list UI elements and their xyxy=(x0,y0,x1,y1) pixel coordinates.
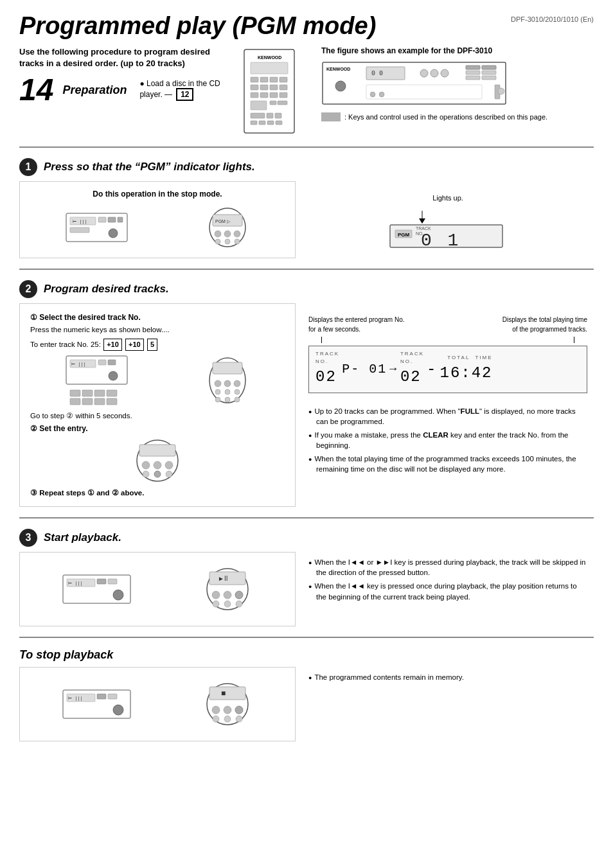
do-this-label: Do this operation in the stop mode. xyxy=(30,190,285,199)
svg-rect-5 xyxy=(270,77,278,82)
substep1-inst2: To enter track No. 25: +10 +10 5 xyxy=(30,339,285,351)
section2-devices: ⊢ ||| xyxy=(30,355,285,406)
cd-player-image: KENWOOD xyxy=(238,46,302,136)
stop-devices: ⊢ ||| ■ xyxy=(30,675,285,733)
display-track-2: 02 xyxy=(400,368,422,385)
svg-rect-2 xyxy=(251,62,288,74)
svg-rect-108 xyxy=(108,579,117,584)
prep-instruction: ● Load a disc in the CD player. ―12 xyxy=(139,79,231,101)
intro-section: Use the following procedure to program d… xyxy=(19,46,594,136)
svg-rect-16 xyxy=(270,101,276,105)
svg-rect-18 xyxy=(251,113,265,118)
svg-rect-15 xyxy=(251,101,267,110)
stop-right: The programmed contents remain in memory… xyxy=(302,667,594,741)
svg-point-114 xyxy=(224,591,231,599)
svg-rect-11 xyxy=(251,93,258,98)
section1-body: Do this operation in the stop mode. ⊢ ||… xyxy=(19,181,594,258)
section2-remote-svg xyxy=(205,355,250,406)
display-pgm: P- 01 xyxy=(342,360,387,379)
pgm-display-svg: PGM TRACK NO. 0 1 xyxy=(384,206,512,251)
svg-rect-22 xyxy=(259,121,265,125)
svg-rect-39 xyxy=(482,66,496,69)
stop-device-svg: ⊢ ||| xyxy=(62,689,132,720)
svg-rect-6 xyxy=(280,77,287,82)
section-1: 1 Press so that the “PGM” indicator ligh… xyxy=(19,158,594,258)
svg-point-130 xyxy=(235,706,243,714)
svg-point-53 xyxy=(109,229,118,238)
display-arrow: → xyxy=(389,360,398,378)
section2-notes: Up to 20 tracks can be programmed. When … xyxy=(308,406,587,475)
svg-marker-64 xyxy=(419,218,425,224)
svg-rect-13 xyxy=(270,93,278,98)
step3-circle: 3 xyxy=(19,529,37,547)
section2-note-3: When the total playing time of the progr… xyxy=(308,454,587,474)
intro-text: Use the following procedure to program d… xyxy=(19,46,231,69)
svg-rect-36 xyxy=(482,71,496,75)
section3-title: Start playback. xyxy=(44,531,121,544)
substep2-device xyxy=(30,438,285,483)
svg-text:⊢ |||: ⊢ ||| xyxy=(68,581,83,586)
svg-point-115 xyxy=(235,591,243,599)
svg-point-92 xyxy=(235,389,240,394)
svg-point-93 xyxy=(215,397,220,402)
section1-right: Lights up. PGM TRACK NO. xyxy=(302,181,594,258)
svg-point-76 xyxy=(109,371,118,380)
prep-row: 14 Preparation ● Load a disc in the CD p… xyxy=(19,75,231,105)
substep3-header: ③ Repeat steps ① and ② above. xyxy=(30,488,285,497)
svg-point-41 xyxy=(335,81,346,91)
svg-point-29 xyxy=(420,69,428,77)
section3-body: ⊢ ||| ►II xyxy=(19,552,594,626)
svg-point-43 xyxy=(379,92,384,97)
svg-rect-50 xyxy=(108,217,116,222)
svg-point-45 xyxy=(498,88,504,94)
svg-rect-78 xyxy=(82,390,93,396)
svg-point-124 xyxy=(113,705,123,715)
svg-point-56 xyxy=(215,231,221,237)
svg-rect-107 xyxy=(97,579,106,584)
svg-point-116 xyxy=(213,601,219,607)
svg-text:0 1: 0 1 xyxy=(421,231,461,251)
svg-point-118 xyxy=(236,601,242,607)
svg-point-109 xyxy=(113,590,123,600)
svg-point-91 xyxy=(225,389,230,394)
svg-text:⊢ |||: ⊢ ||| xyxy=(71,362,86,367)
key-badge-2[interactable]: +10 xyxy=(125,339,144,351)
svg-point-102 xyxy=(154,471,161,477)
page-title: Programmed play (PGM mode) xyxy=(19,13,594,40)
svg-point-30 xyxy=(431,69,438,77)
svg-rect-86 xyxy=(213,362,242,374)
substep1-inst1: Press the numeric keys as shown below...… xyxy=(30,324,285,335)
intro-text-block: Use the following procedure to program d… xyxy=(19,46,231,105)
svg-point-88 xyxy=(224,380,231,387)
svg-rect-14 xyxy=(280,93,287,98)
section1-device-svg: ⊢ ||| xyxy=(65,212,129,243)
section3-right: When the I◄◄ or ►►I key is pressed durin… xyxy=(302,552,594,626)
lights-up-section: Lights up. PGM TRACK NO. xyxy=(308,193,587,251)
svg-rect-12 xyxy=(260,93,268,98)
svg-point-61 xyxy=(235,239,240,244)
svg-point-60 xyxy=(225,239,230,244)
section1-header: 1 Press so that the “PGM” indicator ligh… xyxy=(19,158,594,176)
svg-text:KENWOOD: KENWOOD xyxy=(326,67,350,71)
divider-1 xyxy=(19,146,594,148)
section2-note-1: Up to 20 tracks can be programmed. When … xyxy=(308,406,587,427)
svg-rect-79 xyxy=(94,390,105,396)
svg-text:⊢ |||: ⊢ ||| xyxy=(68,696,83,701)
svg-point-113 xyxy=(212,591,220,599)
key-badge-3[interactable]: 5 xyxy=(147,339,157,351)
display-right-label: Displays the total playing timeof the pr… xyxy=(502,315,587,334)
cd-player-svg: KENWOOD xyxy=(241,46,299,136)
svg-point-128 xyxy=(212,706,220,714)
svg-rect-80 xyxy=(107,390,117,396)
svg-rect-0 xyxy=(244,49,294,133)
svg-rect-49 xyxy=(98,217,106,222)
svg-rect-83 xyxy=(94,398,105,405)
stop-section: To stop playback ⊢ ||| xyxy=(19,648,594,741)
svg-point-42 xyxy=(370,92,375,97)
key-badge-1[interactable]: +10 xyxy=(103,339,122,351)
section3-note-2: When the I◄◄ key is pressed once during … xyxy=(308,581,587,601)
svg-rect-40 xyxy=(366,85,482,99)
figure-caption: The figure shows an example for the DPF-… xyxy=(321,46,492,55)
svg-rect-38 xyxy=(466,66,480,69)
svg-point-100 xyxy=(165,461,173,469)
